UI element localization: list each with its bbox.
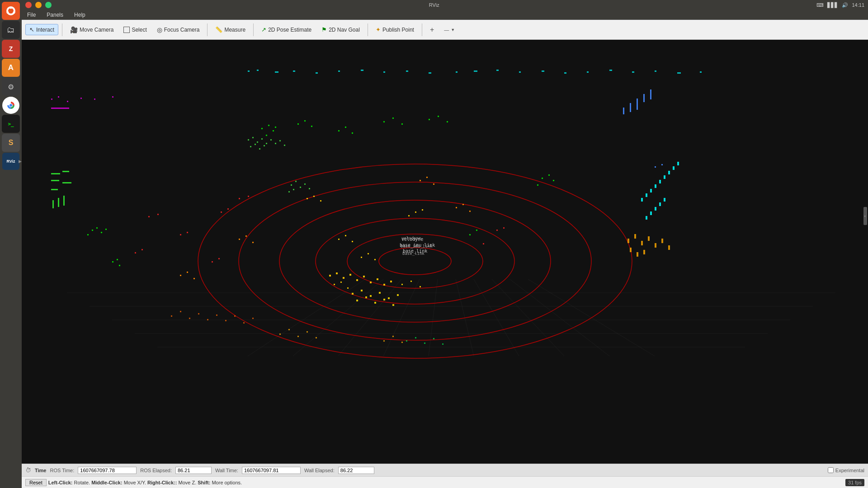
ros-time-input[interactable]: [78, 467, 137, 474]
svg-rect-32: [67, 101, 68, 102]
svg-rect-68: [268, 125, 269, 126]
sidebar-expand-arrow[interactable]: ▶: [19, 159, 22, 164]
wifi-icon: ▋▋▋: [827, 2, 838, 8]
svg-rect-41: [316, 72, 318, 74]
svg-rect-54: [609, 70, 612, 71]
shift-desc: More options.: [212, 480, 242, 485]
minimize-button[interactable]: [35, 2, 42, 8]
svg-rect-224: [365, 296, 367, 298]
svg-rect-219: [370, 295, 372, 297]
toolbar-sep-2: [207, 23, 208, 36]
svg-rect-94: [368, 253, 369, 254]
svg-rect-178: [255, 144, 256, 145]
svg-rect-144: [650, 189, 652, 192]
measure-button[interactable]: 📏 Measure: [211, 24, 250, 35]
svg-rect-53: [587, 71, 589, 73]
focus-camera-label: Focus Camera: [164, 27, 200, 33]
svg-rect-153: [655, 207, 656, 211]
svg-rect-226: [383, 299, 385, 300]
close-button[interactable]: [25, 2, 32, 8]
svg-rect-188: [309, 188, 310, 189]
svg-rect-157: [630, 103, 631, 112]
experimental-area: Experimental: [828, 467, 864, 473]
menu-help[interactable]: Help: [72, 12, 87, 18]
robot-label-velodyne: velodyne: [401, 236, 423, 242]
wall-time-input[interactable]: [242, 467, 301, 474]
svg-rect-81: [429, 119, 430, 120]
svg-rect-135: [148, 216, 150, 217]
extra-button[interactable]: +: [426, 23, 438, 36]
nav-goal-button[interactable]: ⚑ 2D Nav Goal: [317, 24, 364, 35]
svg-rect-194: [171, 315, 172, 317]
svg-rect-93: [361, 257, 362, 258]
svg-rect-59: [92, 230, 93, 231]
svg-rect-84: [542, 178, 543, 179]
interact-label: Interact: [36, 27, 54, 33]
pose-estimate-button[interactable]: ↗ 2D Pose Estimate: [257, 24, 316, 35]
svg-rect-129: [135, 252, 136, 253]
publish-point-button[interactable]: ✦ Publish Point: [372, 24, 418, 35]
svg-rect-228: [401, 284, 403, 285]
wall-elapsed-input[interactable]: [338, 467, 374, 474]
svg-rect-217: [352, 293, 354, 295]
maximize-button[interactable]: [45, 2, 52, 8]
measure-label: Measure: [224, 27, 245, 33]
svg-rect-82: [438, 116, 439, 117]
reset-button[interactable]: Reset: [25, 479, 47, 486]
viewport[interactable]: velodyne base_imu_link base_link: [22, 40, 868, 464]
interact-button[interactable]: ↖ Interact: [25, 24, 58, 35]
menu-panels[interactable]: Panels: [45, 12, 65, 18]
move-camera-button[interactable]: 🎥 Move Camera: [66, 24, 118, 36]
focus-camera-button[interactable]: ◎ Focus Camera: [153, 24, 204, 36]
sidebar-item-terminal[interactable]: >_: [2, 115, 20, 133]
svg-rect-71: [266, 135, 267, 136]
select-button[interactable]: Select: [119, 24, 151, 35]
sidebar-item-files[interactable]: 🗂: [2, 21, 20, 39]
svg-rect-61: [101, 232, 102, 233]
svg-rect-215: [433, 338, 434, 339]
svg-rect-130: [142, 249, 143, 250]
svg-rect-211: [401, 342, 403, 343]
sidebar-item-text[interactable]: A: [2, 59, 20, 77]
speaker-icon: 🔊: [842, 2, 848, 8]
svg-rect-55: [632, 71, 634, 73]
svg-rect-51: [542, 70, 544, 72]
svg-rect-183: [284, 145, 285, 146]
svg-rect-77: [352, 132, 353, 134]
sidebar-item-zzara[interactable]: Z: [2, 40, 20, 58]
svg-rect-83: [447, 121, 448, 122]
svg-rect-216: [442, 343, 443, 345]
menu-file[interactable]: File: [25, 12, 38, 18]
ros-elapsed-input[interactable]: [175, 467, 212, 474]
svg-rect-221: [388, 297, 390, 299]
svg-point-4: [7, 11, 9, 14]
experimental-checkbox[interactable]: [828, 467, 834, 473]
dropdown-button[interactable]: — ▼: [440, 25, 459, 35]
svg-rect-218: [361, 290, 363, 291]
sidebar-item-ubuntu[interactable]: [2, 2, 20, 20]
svg-point-1: [8, 8, 14, 14]
svg-rect-69: [273, 130, 274, 131]
svg-rect-208: [316, 337, 317, 338]
toolbar-sep-5: [422, 23, 422, 36]
svg-rect-202: [243, 322, 245, 324]
sidebar-item-settings[interactable]: ⚙: [2, 78, 20, 96]
sidebar-item-chrome[interactable]: [2, 97, 19, 114]
svg-rect-237: [668, 245, 670, 250]
svg-rect-134: [218, 258, 220, 259]
sidebar-item-sublime[interactable]: S: [2, 134, 20, 152]
svg-rect-227: [392, 304, 394, 306]
svg-rect-184: [291, 184, 292, 186]
svg-rect-172: [252, 137, 254, 138]
svg-rect-60: [96, 227, 98, 229]
svg-rect-117: [252, 242, 254, 243]
svg-rect-187: [304, 183, 306, 185]
dropdown-arrow-icon: ▼: [451, 28, 455, 32]
experimental-label: Experimental: [835, 468, 864, 473]
svg-rect-42: [338, 70, 340, 72]
svg-rect-100: [422, 209, 423, 211]
svg-rect-108: [370, 282, 372, 283]
sidebar-item-rviz[interactable]: RViz: [2, 153, 19, 170]
svg-rect-233: [641, 241, 643, 245]
svg-rect-147: [664, 175, 665, 179]
